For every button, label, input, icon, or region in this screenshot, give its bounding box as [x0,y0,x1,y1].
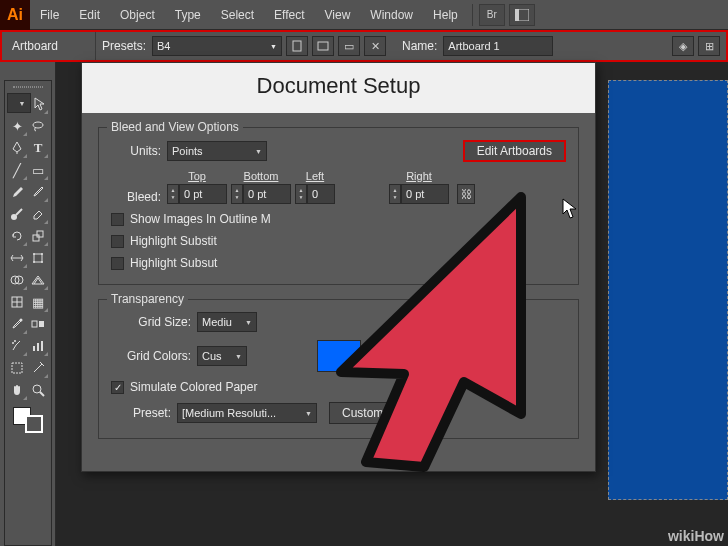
menu-select[interactable]: Select [211,0,264,30]
bridge-button[interactable]: Br [479,4,505,26]
mesh-tool[interactable] [7,291,28,313]
new-artboard-icon[interactable]: ▭ [338,36,360,56]
stroke-swatch[interactable] [25,415,43,433]
bleed-left-stepper[interactable] [295,184,307,204]
highlight-sub-glyphs-checkbox[interactable] [111,257,124,270]
svg-point-16 [20,319,23,322]
menu-help[interactable]: Help [423,0,468,30]
orientation-landscape-icon[interactable] [312,36,334,56]
paintbrush-tool[interactable] [7,181,28,203]
presets-dropdown[interactable]: B4 [152,36,282,56]
orientation-portrait-icon[interactable] [286,36,308,56]
grid-size-label: Grid Size: [111,315,191,329]
selection-tool[interactable] [7,93,31,113]
direct-selection-tool[interactable] [31,93,49,115]
pencil-tool[interactable] [28,181,49,203]
toolbox-handle[interactable] [7,83,49,91]
watermark: wikiHow [668,528,724,544]
link-bleed-icon[interactable]: ⛓ [457,184,475,204]
svg-rect-42 [384,365,390,371]
pen-tool[interactable] [7,137,28,159]
transparency-legend: Transparency [107,292,188,306]
grid-color-swatch-2[interactable] [371,340,415,372]
svg-rect-37 [408,353,414,359]
slice-tool[interactable] [28,357,49,379]
units-select[interactable]: Points [167,141,267,161]
eraser-tool[interactable] [28,203,49,225]
svg-point-25 [33,385,41,393]
app-logo: Ai [0,0,30,30]
show-images-outline-checkbox[interactable] [111,213,124,226]
menu-file[interactable]: File [30,0,69,30]
bleed-bottom-input[interactable]: 0 pt [243,184,291,204]
svg-rect-17 [32,321,37,327]
artboard-options-icon[interactable]: ◈ [672,36,694,56]
menu-type[interactable]: Type [165,0,211,30]
type-tool[interactable]: T [28,137,49,159]
edit-artboards-button[interactable]: Edit Artboards [463,140,566,162]
free-transform-tool[interactable] [28,247,49,269]
rectangle-tool[interactable]: ▭ [28,159,49,181]
width-tool[interactable] [7,247,28,269]
svg-rect-23 [41,341,43,351]
shape-builder-tool[interactable] [7,269,28,291]
dialog-title: Document Setup [82,63,595,113]
blob-brush-tool[interactable] [7,203,28,225]
layout-button[interactable] [509,4,535,26]
menu-effect[interactable]: Effect [264,0,314,30]
bleed-right-stepper[interactable] [389,184,401,204]
svg-rect-36 [396,353,402,359]
column-graph-tool[interactable] [28,335,49,357]
rotate-tool[interactable] [7,225,28,247]
menu-edit[interactable]: Edit [69,0,110,30]
svg-rect-35 [384,353,390,359]
bleed-top-stepper[interactable] [167,184,179,204]
units-label: Units: [111,144,161,158]
svg-rect-34 [372,353,378,359]
svg-rect-18 [39,321,44,327]
bleed-top-input[interactable]: 0 pt [179,184,227,204]
delete-artboard-icon[interactable]: ✕ [364,36,386,56]
magic-wand-tool[interactable]: ✦ [7,115,28,137]
svg-rect-1 [515,9,519,21]
scale-tool[interactable] [28,225,49,247]
highlight-sub-glyphs-label: Highlight Subsut [130,256,217,270]
hand-tool[interactable] [7,379,28,401]
bleed-left-input[interactable]: 0 [307,184,335,204]
eyedropper-tool[interactable] [7,313,28,335]
svg-rect-41 [372,365,378,371]
bleed-bottom-stepper[interactable] [231,184,243,204]
svg-rect-2 [293,41,301,51]
lasso-tool[interactable] [28,115,49,137]
menu-object[interactable]: Object [110,0,165,30]
menu-view[interactable]: View [315,0,361,30]
gradient-tool[interactable]: ▦ [28,291,49,313]
svg-rect-32 [390,347,396,353]
artboard-tool[interactable] [7,357,28,379]
bleed-right-input[interactable]: 0 pt [401,184,449,204]
preset-label: Preset: [111,406,171,420]
grid-colors-label: Grid Colors: [111,349,191,363]
svg-point-9 [33,253,35,255]
name-label: Name: [402,39,437,53]
line-tool[interactable]: ╱ [7,159,28,181]
zoom-tool[interactable] [28,379,49,401]
svg-rect-38 [378,359,384,365]
menu-window[interactable]: Window [360,0,423,30]
custom-preset-button[interactable]: Custom... [329,402,406,424]
grid-colors-select[interactable]: Cus [197,346,247,366]
grid-color-swatch-1[interactable] [317,340,361,372]
artboard-name-input[interactable] [443,36,553,56]
simulate-paper-checkbox[interactable]: ✓ [111,381,124,394]
svg-rect-28 [384,341,390,347]
svg-rect-27 [372,341,378,347]
preset-select[interactable]: [Medium Resoluti... [177,403,317,423]
artboard-canvas[interactable] [608,80,728,500]
artboard-add-icon[interactable]: ⊞ [698,36,720,56]
highlight-sub-fonts-checkbox[interactable] [111,235,124,248]
blend-tool[interactable] [28,313,49,335]
control-tool-label: Artboard [2,32,96,60]
symbol-sprayer-tool[interactable] [7,335,28,357]
grid-size-select[interactable]: Mediu [197,312,257,332]
perspective-grid-tool[interactable] [28,269,49,291]
